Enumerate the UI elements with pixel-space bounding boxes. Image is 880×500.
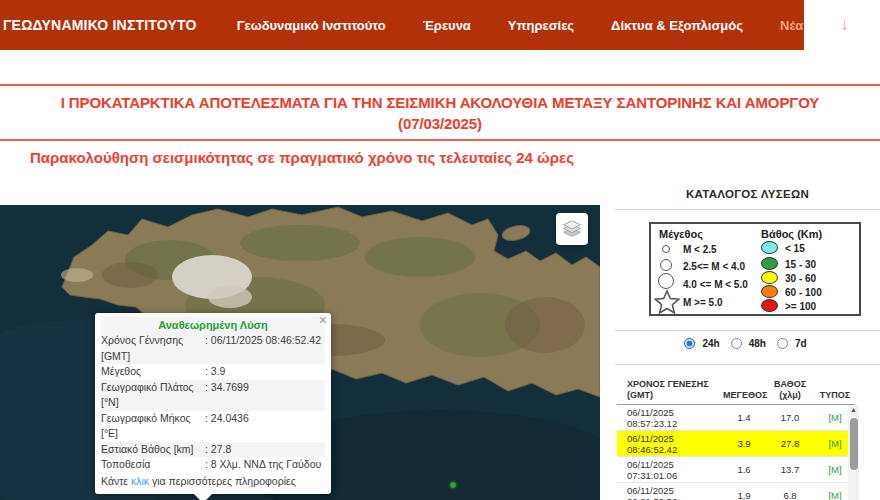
- radio-24h[interactable]: [684, 338, 695, 349]
- page-title-line1: Ι ΠΡΟΚΑΤΑΡΚΤΙΚΑ ΑΠΟΤΕΛΕΣΜΑΤΑ ΓΙΑ ΤΗΝ ΣΕΙ…: [0, 92, 880, 113]
- scrollbar-up-arrow-icon[interactable]: ▲: [848, 406, 859, 413]
- cell-time: 06/11/2025 07:31:01.06: [627, 459, 723, 481]
- cell-time: 06/11/2025 08:57:23.12: [627, 407, 723, 429]
- page-subtitle: Παρακολούθηση σεισμικότητας σε πραγματικ…: [30, 149, 574, 166]
- depth-dot-cyan-icon: [761, 241, 778, 254]
- radio-7d-label[interactable]: 7d: [795, 338, 807, 349]
- popup-value: 24.0436: [205, 411, 249, 442]
- magnitude-circle-medium-icon: [660, 259, 672, 271]
- event-popup: × Αναθεωρημένη Λύση Χρόνος Γέννησης [GMT…: [95, 313, 331, 494]
- col-header-magnitude: ΜΕΓΕΘΟΣ: [723, 390, 765, 401]
- divider-under-title: [0, 139, 880, 141]
- cell-magnitude: 1.4: [723, 412, 765, 423]
- depth-dot-orange-icon: [761, 285, 778, 298]
- divider: [615, 364, 880, 365]
- table-row[interactable]: 06/11/2025 08:57:23.12 1.4 17.0 [M]: [617, 405, 855, 431]
- map-layers-button[interactable]: [556, 213, 588, 245]
- legend-item-label: M < 2.5: [683, 244, 717, 255]
- cell-magnitude: 1.9: [723, 490, 765, 500]
- col-header-time: ΧΡΟΝΟΣ ΓΕΝΕΣΗΣ (GMT): [627, 379, 723, 400]
- popup-row-longitude: Γεωγραφικό Μήκος [°E] 24.0436: [101, 411, 325, 442]
- table-scrollbar[interactable]: ▲: [848, 405, 859, 500]
- popup-row-depth: Εστιακό Βάθος [km] 27.8: [101, 442, 325, 458]
- popup-footer-text: για περισσότερες πληροφορίες: [149, 475, 296, 487]
- cell-magnitude: 1.6: [723, 464, 765, 475]
- divider-top: [0, 84, 880, 86]
- scroll-down-icon[interactable]: ↓: [840, 15, 849, 35]
- popup-label: Χρόνος Γέννησης [GMT]: [101, 333, 205, 364]
- table-row[interactable]: 06/11/2025 02:21:50.56 1.9 6.8 [M]: [617, 483, 855, 500]
- cell-time: 06/11/2025 02:21:50.56: [627, 485, 723, 500]
- popup-value: 34.7699: [205, 380, 249, 411]
- site-logo-text[interactable]: ΓΕΩΔΥΝΑΜΙΚΟ ΙΝΣΤΙΤΟΥΤΟ: [3, 17, 197, 33]
- legend-box: Μέγεθος M < 2.5 2.5<= M < 4.0 4.0 <= M <…: [649, 222, 861, 316]
- nav-menu: Γεωδυναμικό Ινστιτούτο Έρευνα Υπηρεσίες …: [237, 15, 849, 35]
- legend-item-label: M >= 5.0: [683, 297, 722, 308]
- layers-icon: [561, 218, 583, 240]
- radio-48h[interactable]: [731, 338, 742, 349]
- nav-item-geodynamic-institute[interactable]: Γεωδυναμικό Ινστιτούτο: [237, 18, 386, 33]
- nav-item-research[interactable]: Έρευνα: [423, 18, 471, 33]
- seismicity-map[interactable]: × Αναθεωρημένη Λύση Χρόνος Γέννησης [GMT…: [0, 205, 600, 500]
- popup-row-origin-time: Χρόνος Γέννησης [GMT] 06/11/2025 08:46:5…: [101, 333, 325, 364]
- popup-value: 8 Χλμ. ΝΝΔ της Γαύδου: [205, 457, 321, 473]
- popup-label: Εστιακό Βάθος [km]: [101, 442, 205, 458]
- depth-dot-yellow-icon: [761, 271, 778, 284]
- nav-item-news[interactable]: Νέα: [780, 18, 803, 33]
- cell-depth: 6.8: [765, 490, 815, 500]
- popup-footer: Κάντε κλικ για περισσότερες πληροφορίες: [101, 473, 325, 489]
- legend-depth-title: Βάθος (Km): [761, 228, 822, 240]
- depth-dot-green-icon: [761, 257, 778, 270]
- popup-footer-text: Κάντε: [101, 475, 131, 487]
- legend-magnitude-title: Μέγεθος: [659, 228, 703, 240]
- cell-magnitude: 3.9: [723, 438, 765, 449]
- page-title-date: (07/03/2025): [0, 113, 880, 134]
- table-header-row: ΧΡΟΝΟΣ ΓΕΝΕΣΗΣ (GMT) ΜΕΓΕΘΟΣ ΒΑΘΟΣ (χλμ)…: [617, 372, 855, 400]
- solutions-panel: ΚΑΤΑΛΟΓΟΣ ΛΥΣΕΩΝ Μέγεθος M < 2.5 2.5<= M…: [615, 183, 880, 500]
- legend-item-label: 2.5<= M < 4.0: [683, 261, 745, 272]
- popup-label: Μέγεθος: [101, 364, 205, 380]
- legend-item-label: 60 - 100: [785, 287, 822, 298]
- time-range-selector: 24h 48h 7d: [615, 338, 880, 349]
- nav-item-services[interactable]: Υπηρεσίες: [508, 18, 574, 33]
- popup-row-latitude: Γεωγραφικό Πλάτος [°N] 34.7699: [101, 380, 325, 411]
- radio-48h-label[interactable]: 48h: [749, 338, 766, 349]
- popup-value: 27.8: [205, 442, 231, 458]
- page: ΓΕΩΔΥΝΑΜΙΚΟ ΙΝΣΤΙΤΟΥΤΟ Γεωδυναμικό Ινστι…: [0, 0, 880, 500]
- cell-depth: 17.0: [765, 412, 815, 423]
- depth-dot-red-icon: [761, 299, 778, 312]
- close-icon[interactable]: ×: [319, 313, 327, 327]
- table-row[interactable]: 06/11/2025 07:31:01.06 1.6 13.7 [M]: [617, 457, 855, 483]
- magnitude-circle-large-icon: [658, 273, 674, 289]
- more-info-link[interactable]: κλικ: [131, 475, 149, 487]
- col-header-depth: ΒΑΘΟΣ (χλμ): [765, 379, 815, 400]
- solutions-panel-title: ΚΑΤΑΛΟΓΟΣ ΛΥΣΕΩΝ: [615, 188, 880, 200]
- solutions-table: ΧΡΟΝΟΣ ΓΕΝΕΣΗΣ (GMT) ΜΕΓΕΘΟΣ ΒΑΘΟΣ (χλμ)…: [617, 372, 855, 500]
- popup-title: Αναθεωρημένη Λύση: [101, 317, 325, 333]
- legend-item-label: 30 - 60: [785, 273, 816, 284]
- page-title: Ι ΠΡΟΚΑΤΑΡΚΤΙΚΑ ΑΠΟΤΕΛΕΣΜΑΤΑ ΓΙΑ ΤΗΝ ΣΕΙ…: [0, 92, 880, 134]
- magnitude-star-icon: [654, 289, 680, 315]
- radio-24h-label[interactable]: 24h: [702, 338, 719, 349]
- legend-item-label: 15 - 30: [785, 259, 816, 270]
- popup-label: Γεωγραφικό Πλάτος [°N]: [101, 380, 205, 411]
- popup-row-magnitude: Μέγεθος 3.9: [101, 364, 325, 380]
- col-header-type: ΤΥΠΟΣ: [815, 390, 855, 401]
- legend-item-label: < 15: [785, 243, 805, 254]
- popup-value: 06/11/2025 08:46:52.42: [205, 333, 321, 364]
- popup-row-location: Τοποθεσία 8 Χλμ. ΝΝΔ της Γαύδου: [101, 457, 325, 473]
- cell-depth: 13.7: [765, 464, 815, 475]
- divider: [615, 330, 880, 331]
- table-row-selected[interactable]: 06/11/2025 08:46:52.42 3.9 27.8 [M]: [617, 431, 855, 457]
- scrollbar-thumb[interactable]: [850, 418, 858, 470]
- top-navbar: ΓΕΩΔΥΝΑΜΙΚΟ ΙΝΣΤΙΤΟΥΤΟ Γεωδυναμικό Ινστι…: [0, 0, 804, 50]
- cell-depth: 27.8: [765, 438, 815, 449]
- radio-7d[interactable]: [777, 338, 788, 349]
- cell-time: 06/11/2025 08:46:52.42: [627, 433, 723, 455]
- legend-item-label: >= 100: [785, 301, 816, 312]
- nav-item-networks-equipment[interactable]: Δίκτυα & Εξοπλισμός: [611, 18, 743, 33]
- divider: [615, 209, 880, 210]
- legend-item-label: 4.0 <= M < 5.0: [683, 279, 748, 290]
- earthquake-marker[interactable]: [448, 480, 458, 490]
- popup-label: Τοποθεσία: [101, 457, 205, 473]
